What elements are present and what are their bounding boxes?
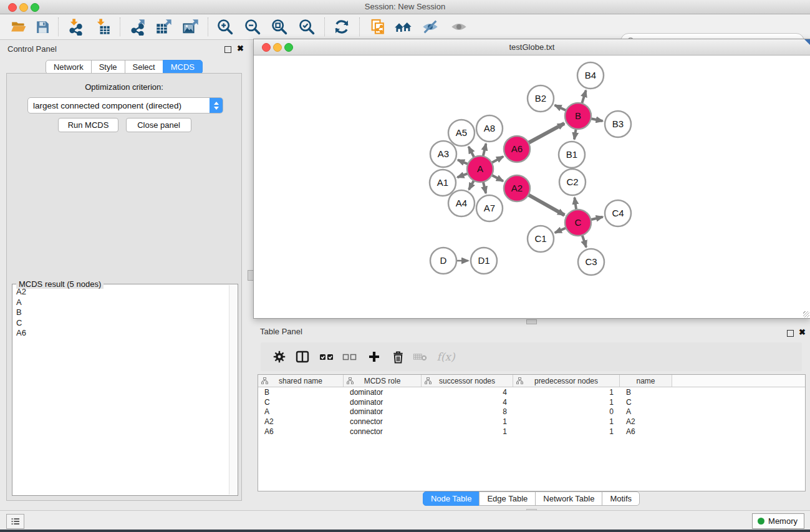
gear-icon [272,349,287,364]
table-row[interactable]: A2connector11A2 [258,417,805,427]
zoom-selected-button[interactable] [296,16,318,37]
detach-view-handle[interactable] [804,39,810,45]
column-header-successor-nodes[interactable]: successor nodes [422,375,513,387]
refresh-view-button[interactable] [330,16,353,37]
network-canvas[interactable]: B4B2BB3A8A5A6A3B1AA1C2A2A4A7C4CC1C3DD1 [254,56,809,317]
memory-status-icon [758,518,764,525]
cell-predecessor-nodes: 1 [513,398,620,407]
node-B1[interactable]: B1 [559,142,585,168]
node-B3[interactable]: B3 [605,111,631,137]
criterion-select[interactable]: largest connected component (directed) [27,97,223,114]
node-A4[interactable]: A4 [448,190,475,216]
save-session-button[interactable] [31,16,54,37]
cell-MCDS-role: dominator [344,398,422,407]
open-folder-icon [10,19,27,35]
node-D[interactable]: D [430,248,456,274]
mcds-result-item[interactable]: A2 [13,287,229,297]
column-header-name[interactable]: name [620,375,672,387]
node-C2[interactable]: C2 [559,169,586,195]
node-C[interactable]: C [565,210,591,236]
control-panel-tabs: NetworkStyleSelectMCDS [5,60,243,74]
memory-button[interactable]: Memory [752,513,804,529]
node-A7[interactable]: A7 [476,195,503,221]
select-all-button[interactable] [316,346,337,367]
zoom-out-button[interactable] [241,16,264,37]
node-B[interactable]: B [565,103,591,129]
cell-MCDS-role: connector [344,417,422,426]
node-A2[interactable]: A2 [504,175,530,201]
node-C4[interactable]: C4 [605,200,631,226]
close-panel-icon[interactable]: ✖ [237,44,244,53]
control-tabbar: NetworkStyleSelectMCDS [46,60,203,74]
table-settings-button[interactable] [269,346,290,367]
table-row[interactable]: Adominator80A [258,407,805,417]
close-panel-button[interactable]: Close panel [126,118,191,132]
table-tab-edge-table[interactable]: Edge Table [479,491,536,506]
open-file-button[interactable] [7,16,30,37]
export-network-button[interactable] [126,16,148,37]
node-A5[interactable]: A5 [448,120,475,146]
deselect-all-button[interactable] [339,346,360,367]
node-B4[interactable]: B4 [577,62,604,89]
delete-column-button[interactable] [387,346,408,367]
node-A[interactable]: A [467,156,493,182]
export-table-button[interactable] [153,16,175,37]
cell-shared-name: B [258,388,344,397]
table-row[interactable]: A6connector11A6 [258,427,805,437]
table-tab-motifs[interactable]: Motifs [602,491,640,506]
first-neighbors-button[interactable] [392,16,415,37]
import-table-button[interactable] [91,16,113,37]
table-tab-node-table[interactable]: Node Table [423,491,480,506]
new-network-from-selection-button[interactable] [367,16,389,37]
column-header-shared-name[interactable]: shared name [258,375,344,387]
mcds-result-item[interactable]: B [13,307,229,318]
mcds-panel: Optimization criterion: largest connecte… [6,73,242,501]
float-panel-icon[interactable] [224,46,231,53]
result-scrollbar[interactable] [229,285,237,495]
tab-select[interactable]: Select [125,60,163,74]
toolbar-separator [359,17,360,36]
zoom-in-button[interactable] [214,16,236,37]
float-table-panel-icon[interactable] [787,330,794,337]
network-graph[interactable]: B4B2BB3A8A5A6A3B1AA1C2A2A4A7C4CC1C3DD1 [254,56,809,317]
table-row[interactable]: Bdominator41B [258,387,805,397]
hide-selected-button[interactable] [419,16,441,37]
table-tab-network-table[interactable]: Network Table [535,491,602,506]
export-image-button[interactable] [180,16,202,37]
horizontal-split-grip[interactable] [526,319,537,324]
run-mcds-button[interactable]: Run MCDS [58,118,118,132]
column-header-predecessor-nodes[interactable]: predecessor nodes [513,375,620,387]
close-table-panel-icon[interactable]: ✖ [799,327,806,337]
window-resize-handle[interactable] [803,311,809,317]
tab-style[interactable]: Style [91,60,125,74]
cell-successor-nodes: 1 [422,427,513,436]
show-columns-button[interactable] [292,346,313,367]
column-header-MCDS-role[interactable]: MCDS role [344,375,422,387]
node-A3[interactable]: A3 [430,141,456,167]
column-header-filler [672,375,805,387]
table-row[interactable]: Cdominator41C [258,397,805,407]
node-B2[interactable]: B2 [528,85,554,112]
tab-mcds[interactable]: MCDS [163,60,203,74]
node-A1[interactable]: A1 [430,170,456,196]
node-A6[interactable]: A6 [504,136,530,162]
tab-network[interactable]: Network [46,60,92,74]
import-network-button[interactable] [64,16,87,37]
function-builder-button[interactable]: f(x) [433,346,459,367]
select-stepper[interactable] [210,98,223,113]
cell-shared-name: A2 [258,417,344,426]
cell-MCDS-role: dominator [344,407,422,416]
node-C1[interactable]: C1 [528,226,554,252]
mcds-result-item[interactable]: A6 [13,328,229,339]
node-D1[interactable]: D1 [471,248,497,274]
add-column-button[interactable] [364,346,385,367]
zoom-fit-button[interactable] [268,16,291,37]
node-A8[interactable]: A8 [476,115,503,142]
task-history-button[interactable] [6,514,24,529]
delete-table-button[interactable] [410,346,431,367]
mcds-result-item[interactable]: A [13,297,229,308]
mcds-result-item[interactable]: C [13,318,229,329]
node-C3[interactable]: C3 [578,249,604,275]
cell-predecessor-nodes: 1 [513,427,620,436]
show-all-button[interactable] [448,16,470,37]
